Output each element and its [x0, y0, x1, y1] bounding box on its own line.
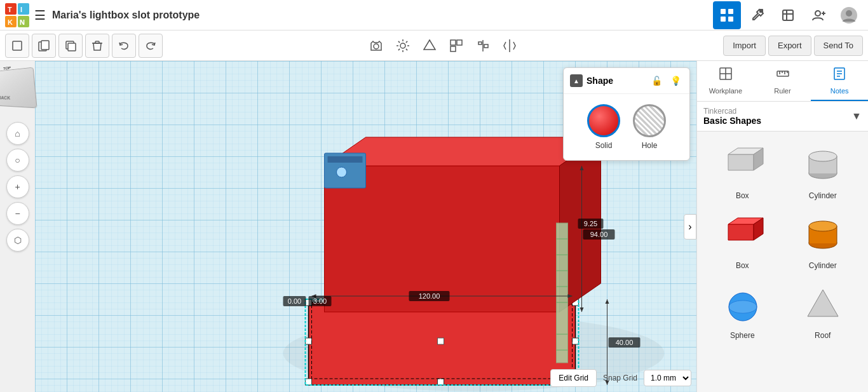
add-user-btn[interactable] [804, 1, 832, 29]
notes-tab[interactable]: Notes [811, 61, 868, 101]
svg-rect-55 [438, 379, 444, 385]
shape-item-box-grey[interactable]: Box [705, 139, 780, 204]
import-button[interactable]: Import [723, 36, 766, 56]
svg-point-123 [809, 221, 837, 231]
svg-rect-12 [728, 17, 733, 22]
svg-marker-82 [580, 308, 584, 312]
cylinder-grey-label: Cylinder [809, 191, 837, 200]
shapes-dropdown-btn[interactable]: ▼ [851, 111, 862, 121]
snap-grid-select[interactable]: 1.0 mm 0.5 mm 2.0 mm [644, 370, 691, 386]
box-red-label: Box [736, 261, 749, 270]
hole-option[interactable]: Hole [633, 104, 666, 150]
shapes-btn[interactable] [417, 34, 442, 58]
shapes-source: Tinkercad [703, 107, 848, 116]
svg-text:I: I [20, 6, 22, 13]
svg-rect-39 [451, 40, 456, 45]
shape-item-extra[interactable]: Roof [785, 279, 861, 344]
svg-rect-52 [306, 379, 312, 385]
shape-item-cylinder-grey[interactable]: Cylinder [785, 139, 861, 204]
box-icon-btn[interactable] [774, 1, 802, 29]
tinkercad-logo[interactable]: T I N N K [5, 3, 29, 27]
avatar-btn[interactable] [835, 1, 863, 29]
svg-text:9.25: 9.25 [584, 220, 597, 227]
svg-rect-11 [721, 17, 726, 22]
svg-marker-126 [808, 290, 838, 316]
canvas-area[interactable]: 120.00 94.00 40.00 9.25 0.00 3.00 [35, 61, 696, 392]
ruler-tab-label: Ruler [774, 87, 790, 95]
svg-point-125 [729, 301, 757, 313]
shape-item-cylinder-orange[interactable]: Cylinder [785, 209, 861, 274]
mirror-btn[interactable] [498, 34, 522, 58]
shape-panel-header: ▲ Shape 🔓 💡 [564, 68, 689, 94]
solid-label: Solid [595, 141, 613, 150]
view-btn[interactable] [444, 34, 468, 58]
send-to-button[interactable]: Send To [814, 36, 863, 56]
perspective-btn[interactable]: ⬡ [6, 229, 29, 252]
solid-circle[interactable] [587, 104, 620, 137]
lightbulb-icon[interactable]: 💡 [668, 73, 683, 88]
svg-rect-65 [328, 156, 363, 163]
ruler-tab[interactable]: Ruler [754, 61, 811, 101]
workplane-icon [718, 66, 733, 84]
svg-rect-58 [438, 338, 444, 344]
shape-panel-title: Shape [587, 76, 645, 86]
snap-grid-label: Snap Grid [603, 374, 637, 382]
export-button[interactable]: Export [768, 36, 811, 56]
camera-btn[interactable] [364, 34, 388, 58]
svg-rect-67 [557, 223, 568, 363]
svg-point-21 [846, 10, 852, 17]
copy-btn[interactable] [32, 34, 56, 58]
shapes-grid: Box Cylinder [697, 132, 868, 351]
light-btn[interactable] [391, 34, 415, 58]
fit-view-btn[interactable]: ○ [6, 149, 29, 172]
svg-rect-26 [68, 43, 76, 51]
extra-preview [797, 283, 848, 327]
svg-point-66 [337, 167, 347, 177]
align-btn[interactable] [471, 34, 495, 58]
shape-item-sphere-blue[interactable]: Sphere [705, 279, 780, 344]
svg-rect-24 [41, 41, 49, 50]
svg-line-37 [398, 48, 400, 50]
redo-btn[interactable] [139, 34, 163, 58]
hole-label: Hole [642, 141, 658, 150]
svg-point-29 [374, 44, 379, 49]
svg-marker-108 [728, 154, 754, 170]
svg-rect-28 [95, 41, 99, 43]
shapes-name: Basic Shapes [703, 116, 848, 126]
lock-icon[interactable]: 🔓 [649, 73, 664, 88]
menu-icon[interactable]: ☰ [34, 8, 46, 23]
shape-panel: ▲ Shape 🔓 💡 Solid Hole [563, 67, 690, 161]
delete-btn[interactable] [85, 34, 109, 58]
main-area: TOP BACK ⌂ ○ + − ⬡ [0, 61, 868, 392]
extra-label: Roof [815, 331, 831, 340]
svg-rect-43 [478, 42, 482, 44]
collapse-panel-btn[interactable]: › [684, 214, 696, 240]
right-panel-tabs: Workplane Ruler Notes [697, 61, 868, 102]
shape-item-box-red[interactable]: Box [705, 209, 780, 274]
ruler-icon [775, 66, 790, 84]
duplicate-btn[interactable] [58, 34, 83, 58]
solid-option[interactable]: Solid [587, 104, 620, 150]
svg-rect-1 [18, 3, 29, 15]
home-view-btn[interactable]: ⌂ [6, 122, 29, 145]
new-workplane-btn[interactable] [5, 34, 29, 58]
workplane-tab[interactable]: Workplane [697, 61, 754, 101]
hole-circle[interactable] [633, 104, 666, 137]
shape-panel-collapse-btn[interactable]: ▲ [570, 74, 583, 87]
hammer-icon-btn[interactable] [743, 1, 771, 29]
svg-point-17 [815, 11, 820, 16]
svg-text:K: K [8, 18, 13, 26]
edit-grid-button[interactable]: Edit Grid [550, 369, 597, 387]
svg-rect-56 [306, 338, 312, 344]
box-grey-preview [717, 143, 768, 187]
topbar-right [713, 1, 863, 29]
navigation-cube[interactable]: TOP BACK [0, 67, 40, 112]
shapes-header: Tinkercad Basic Shapes ▼ [697, 102, 868, 132]
zoom-out-btn[interactable]: − [6, 202, 29, 225]
undo-btn[interactable] [112, 34, 136, 58]
svg-marker-86 [606, 299, 609, 304]
grid-view-btn[interactable] [713, 1, 741, 29]
zoom-in-btn[interactable]: + [6, 175, 29, 198]
svg-point-115 [809, 151, 837, 161]
svg-text:40.00: 40.00 [616, 339, 634, 346]
